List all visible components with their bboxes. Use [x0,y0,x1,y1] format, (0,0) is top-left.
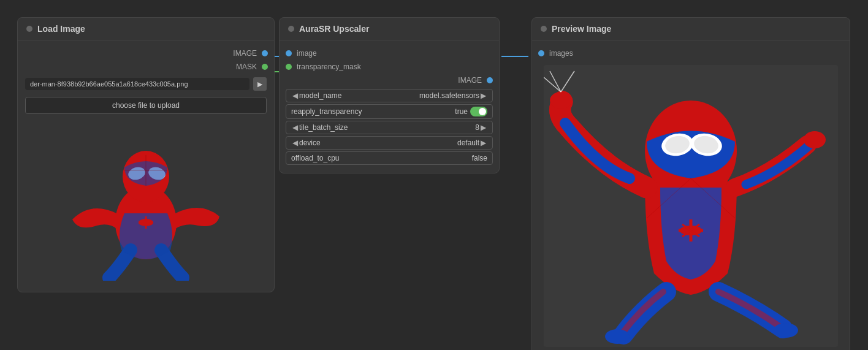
param-model-name-row: ◀ model_name model.safetensors ▶ [286,89,493,102]
input-image-row: image [280,47,499,60]
svg-point-29 [774,323,798,338]
param-model-name-value: model.safetensors [419,91,479,100]
spiderman-large-preview [544,65,838,347]
param-device-right-btn[interactable]: ▶ [479,139,487,147]
aurasr-title: AuraSR Upscaler [299,24,369,34]
output-mask-row: MASK [18,60,274,74]
load-image-body: IMAGE MASK der-man-8f938b92b66ae055a1a61… [18,40,274,292]
aurasr-output-dot[interactable] [487,77,493,83]
aurasr-status-dot [288,26,294,32]
param-reapply-value: true [455,107,468,116]
preview-image-node: Preview Image images [531,17,850,350]
param-reapply-label: reapply_transparency [291,107,455,116]
reapply-toggle[interactable] [470,107,487,116]
output-image-row: IMAGE [18,47,274,60]
input-mask-dot[interactable] [286,64,292,70]
spiderman-preview-image [66,121,226,281]
output-mask-dot[interactable] [262,64,268,70]
preview-input-label: images [544,49,578,58]
play-button[interactable]: ▶ [253,77,267,91]
param-reapply-row: reapply_transparency true [286,104,493,119]
load-image-title: Load Image [37,24,85,34]
upload-button[interactable]: choose file to upload [25,97,267,114]
preview-image-title: Preview Image [552,24,611,34]
aurasr-body: image transparency_mask IMAGE ◀ model_na… [280,40,499,173]
load-image-node: Load Image IMAGE MASK der-man-8f938b92b6… [17,17,275,292]
param-offload-value: false [472,154,487,162]
param-tile-left-btn[interactable]: ◀ [291,123,299,132]
load-image-header: Load Image [18,18,274,40]
output-mask-label: MASK [231,63,262,71]
svg-point-28 [605,329,630,344]
param-offload-label: offload_to_cpu [291,154,472,162]
load-image-status-dot [26,26,32,32]
node-canvas: Load Image IMAGE MASK der-man-8f938b92b6… [0,0,868,350]
file-row: der-man-8f938b92b66ae055a1a618ce433c005a… [18,74,274,94]
param-tile-batch-label: tile_batch_size [299,123,475,132]
param-model-left-btn[interactable]: ◀ [291,91,299,100]
param-tile-batch-row: ◀ tile_batch_size 8 ▶ [286,121,493,134]
param-device-left-btn[interactable]: ◀ [291,139,299,147]
param-device-row: ◀ device default ▶ [286,136,493,150]
param-tile-batch-value: 8 [475,123,479,132]
input-image-dot[interactable] [286,50,292,56]
param-tile-right-btn[interactable]: ▶ [479,123,487,132]
param-device-value: default [457,139,479,147]
param-model-right-btn[interactable]: ▶ [479,91,487,100]
preview-input-row: images [532,47,850,60]
output-image-label: IMAGE [228,49,262,58]
output-image-dot[interactable] [262,50,268,56]
input-mask-label: transparency_mask [292,63,366,71]
svg-point-26 [550,92,572,109]
preview-image-header: Preview Image [532,18,850,40]
aurasr-header: AuraSR Upscaler [280,18,499,40]
aurasr-node: AuraSR Upscaler image transparency_mask … [279,17,500,173]
file-name-display: der-man-8f938b92b66ae055a1a618ce433c005a… [25,78,249,90]
load-image-preview [25,121,267,281]
input-mask-row: transparency_mask [280,60,499,74]
aurasr-output-row: IMAGE [280,74,499,87]
svg-point-27 [804,131,826,148]
param-model-name-label: model_name [299,91,419,100]
preview-input-dot[interactable] [538,50,544,56]
preview-large-image [539,65,842,347]
preview-image-body: images [532,40,850,350]
aurasr-output-label: IMAGE [453,76,487,85]
param-device-label: device [299,139,457,147]
input-image-label: image [292,49,322,58]
preview-status-dot [541,26,547,32]
param-offload-row: offload_to_cpu false [286,151,493,165]
